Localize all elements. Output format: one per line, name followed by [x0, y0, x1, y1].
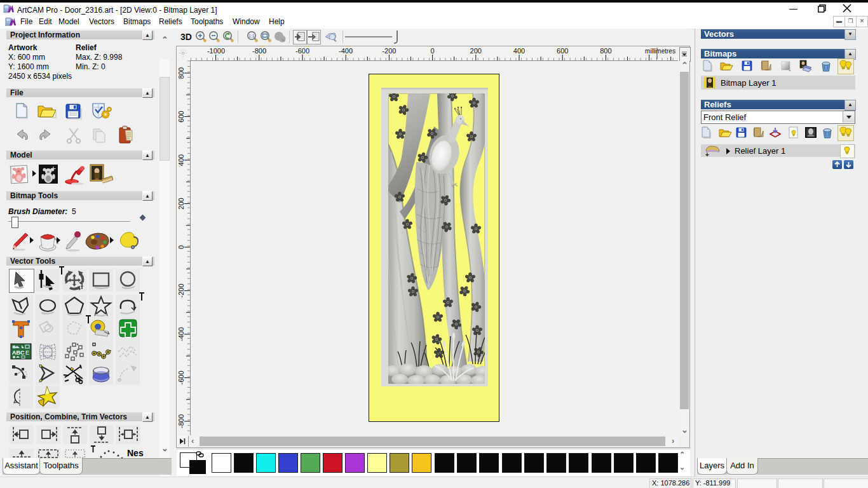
svg-text:-600: -600: [295, 47, 309, 55]
svg-text:400: 400: [177, 154, 185, 166]
svg-text:-400: -400: [177, 327, 185, 341]
svg-text:-200: -200: [382, 47, 396, 55]
svg-text:-1000: -1000: [207, 47, 225, 55]
svg-text:-400: -400: [339, 47, 353, 55]
svg-text:0: 0: [431, 47, 435, 55]
svg-text:800: 800: [600, 47, 611, 55]
svg-text:-200: -200: [177, 283, 185, 297]
svg-text:millimetres: millimetres: [645, 48, 675, 55]
svg-text:+: +: [705, 151, 709, 158]
svg-text:0: 0: [177, 245, 185, 249]
svg-text:E: E: [25, 349, 29, 356]
svg-text:600: 600: [177, 111, 185, 122]
svg-text:-800: -800: [177, 414, 185, 428]
svg-text:800: 800: [177, 67, 185, 79]
svg-text:-600: -600: [177, 370, 185, 384]
svg-text:-800: -800: [252, 47, 266, 55]
svg-text:600: 600: [557, 47, 568, 55]
svg-text:400: 400: [513, 47, 525, 55]
svg-text:1:1: 1:1: [248, 34, 255, 38]
svg-text:ABC: ABC: [12, 349, 25, 356]
svg-text:200: 200: [177, 198, 185, 209]
svg-text:200: 200: [470, 47, 482, 55]
